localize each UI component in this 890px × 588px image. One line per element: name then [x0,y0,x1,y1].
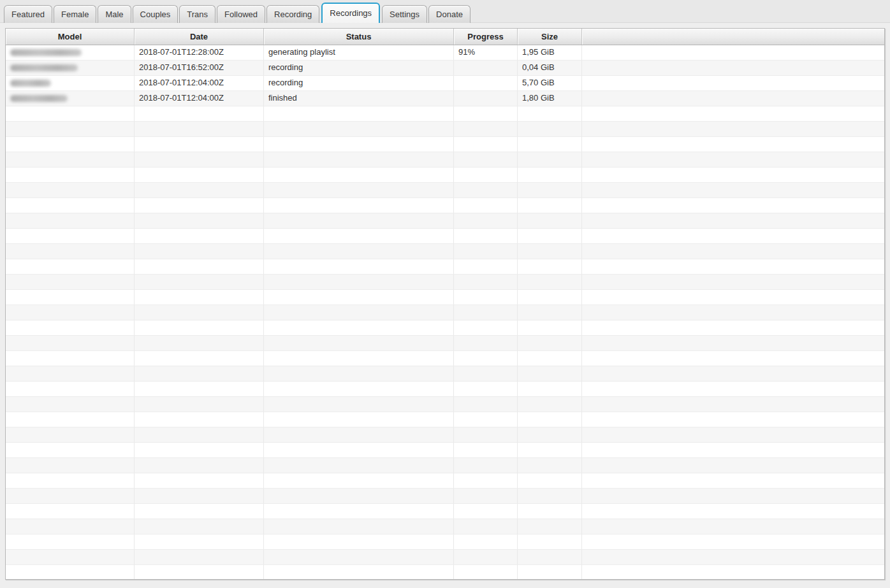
cell-empty [264,519,454,534]
tab-featured[interactable]: Featured [4,5,52,23]
tab-male[interactable]: Male [98,5,131,23]
cell-status: recording [264,76,454,91]
cell-empty [518,122,582,137]
cell-empty [135,458,264,473]
cell-empty [454,473,518,489]
cell-empty [6,275,135,290]
cell-empty [264,382,454,397]
cell-empty [582,320,884,336]
cell-empty [264,534,454,550]
cell-empty [264,198,454,213]
tab-followed[interactable]: Followed [217,5,265,23]
cell-empty [6,290,135,305]
cell-empty [582,412,884,427]
tab-recording[interactable]: Recording [266,5,319,23]
table-row-empty [6,366,884,382]
cell-empty [264,565,454,580]
cell-date: 2018-07-01T12:04:00Z [135,91,264,106]
cell-empty [264,550,454,565]
cell-empty [264,152,454,168]
column-header-date[interactable]: Date [135,29,264,45]
cell-empty [135,489,264,504]
table-row[interactable]: 2018-07-01T16:52:00Z recording 0,04 GiB [6,61,884,76]
table-row-empty [6,305,884,320]
tab-female[interactable]: Female [54,5,96,23]
cell-empty [135,259,264,275]
tab-trans[interactable]: Trans [179,5,215,23]
tab-couples[interactable]: Couples [133,5,179,23]
table-row-empty [6,412,884,427]
cell-empty [518,504,582,519]
cell-empty [518,427,582,443]
cell-empty [6,412,135,427]
column-header-filler [582,29,884,45]
column-header-status[interactable]: Status [264,29,454,45]
cell-empty [518,275,582,290]
cell-empty [135,244,264,259]
table-row[interactable]: 2018-07-01T12:04:00Z finished 1,80 GiB [6,91,884,106]
cell-empty [454,259,518,275]
cell-empty [582,458,884,473]
cell-empty [6,458,135,473]
table-row-empty [6,351,884,366]
cell-empty [582,504,884,519]
cell-empty [454,152,518,168]
cell-empty [582,473,884,489]
cell-empty [518,152,582,168]
cell-empty [135,320,264,336]
column-header-model[interactable]: Model [6,29,135,45]
table-row-empty [6,137,884,152]
tab-settings[interactable]: Settings [382,5,427,23]
cell-empty [135,519,264,534]
cell-model [6,45,135,61]
cell-empty [518,198,582,213]
cell-empty [264,183,454,198]
cell-empty [454,458,518,473]
cell-empty [582,534,884,550]
cell-empty [6,183,135,198]
table-row-empty [6,397,884,412]
cell-empty [6,565,135,580]
cell-model [6,91,135,106]
cell-empty [6,519,135,534]
cell-empty [518,106,582,122]
cell-empty [454,183,518,198]
table-row[interactable]: 2018-07-01T12:28:00Z generating playlist… [6,45,884,61]
cell-empty [582,443,884,458]
cell-empty [6,534,135,550]
cell-empty [6,213,135,229]
cell-empty [135,351,264,366]
cell-empty [135,473,264,489]
redacted-model-name [10,64,78,71]
cell-empty [135,106,264,122]
cell-empty [582,351,884,366]
cell-empty [135,275,264,290]
cell-empty [135,382,264,397]
cell-model [6,76,135,91]
tab-donate[interactable]: Donate [428,5,471,23]
cell-empty [582,137,884,152]
cell-empty [454,489,518,504]
table-row[interactable]: 2018-07-01T12:04:00Z recording 5,70 GiB [6,76,884,91]
tab-recordings[interactable]: Recordings [321,3,380,23]
column-header-size[interactable]: Size [518,29,582,45]
cell-empty [582,550,884,565]
cell-empty [454,382,518,397]
cell-empty [264,443,454,458]
cell-empty [454,275,518,290]
cell-date: 2018-07-01T12:04:00Z [135,76,264,91]
cell-empty [6,305,135,320]
table-row-empty [6,427,884,443]
table-row-empty [6,198,884,213]
cell-size: 0,04 GiB [518,61,582,76]
cell-empty [582,259,884,275]
cell-empty [582,397,884,412]
table-header: Model Date Status Progress Size [6,29,884,45]
redacted-model-name [10,80,51,87]
cell-empty [264,137,454,152]
cell-status: recording [264,61,454,76]
cell-empty [6,351,135,366]
column-header-progress[interactable]: Progress [454,29,518,45]
cell-empty [582,229,884,244]
cell-empty [264,168,454,183]
